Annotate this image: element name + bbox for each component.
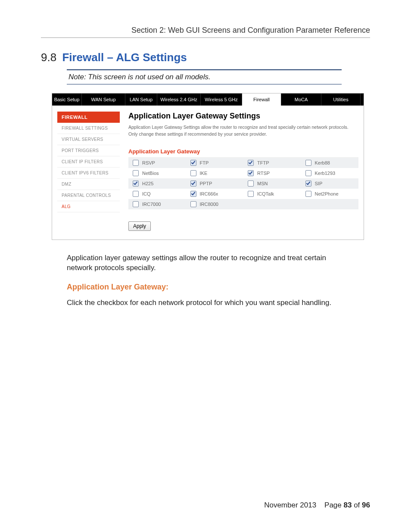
sidebar-item-dmz[interactable]: DMZ (57, 179, 120, 190)
alg-label: Kerb1293 (315, 171, 336, 176)
alg-option-sip: SIP (301, 178, 359, 189)
gui-screenshot: Basic SetupWAN SetupLAN SetupWireless 2.… (52, 93, 364, 240)
checkbox-sip[interactable] (305, 180, 311, 187)
alg-option-irc666x: IRC666x (186, 189, 244, 199)
sidebar-item-client-ip-filters[interactable]: CLIENT IP FILTERS (57, 156, 120, 168)
checkbox-irc8000[interactable] (190, 201, 196, 207)
alg-option-ftp: FTP (186, 158, 244, 168)
tab-wireless-2-4-ghz[interactable]: Wireless 2.4 GHz (157, 93, 201, 106)
gui-tabbar: Basic SetupWAN SetupLAN SetupWireless 2.… (52, 93, 364, 106)
checkbox-ftp[interactable] (190, 160, 196, 166)
checkbox-icq[interactable] (133, 191, 139, 197)
checkbox-rsvp[interactable] (133, 160, 139, 166)
apply-button[interactable]: Apply (128, 221, 151, 231)
alg-option-tftp: TFTP (243, 158, 301, 168)
alg-label: RSVP (142, 160, 155, 165)
alg-label: Kerb88 (315, 160, 330, 165)
alg-option-h225: H225 (128, 178, 186, 189)
footer-total-pages: 96 (362, 501, 370, 509)
alg-label: MSN (257, 181, 268, 186)
checkbox-irc666x[interactable] (190, 191, 196, 197)
checkbox-msn[interactable] (248, 180, 254, 187)
alg-empty-cell (243, 199, 301, 209)
tab-lan-setup[interactable]: LAN Setup (125, 93, 157, 106)
checkbox-h225[interactable] (133, 180, 139, 187)
alg-option-pptp: PPTP (186, 178, 244, 189)
page-footer: November 2013 Page 83 of 96 (264, 501, 370, 510)
alg-label: IRC7000 (142, 202, 161, 207)
sidebar-item-parental-controls[interactable]: PARENTAL CONTROLS (57, 190, 120, 201)
alg-label: FTP (200, 160, 209, 165)
alg-option-irc7000: IRC7000 (128, 199, 186, 209)
alg-option-icq: ICQ (128, 189, 186, 199)
instruction-paragraph: Click the checkbox for each network prot… (67, 298, 342, 308)
section-title: Firewall – ALG Settings (62, 51, 187, 64)
alg-option-net2phone: Net2Phone (301, 189, 359, 199)
alg-label: PPTP (200, 181, 212, 186)
alg-label: Net2Phone (315, 191, 339, 196)
gui-sidebar: FIREWALL FIREWALL SETTINGSVIRTUAL SERVER… (57, 112, 120, 231)
checkbox-kerb1293[interactable] (305, 170, 311, 176)
tab-firewall[interactable]: Firewall (242, 93, 281, 106)
running-header: Section 2: Web GUI Screens and Configura… (41, 26, 370, 38)
checkbox-irc7000[interactable] (133, 201, 139, 207)
alg-option-ike: IKE (186, 168, 244, 178)
checkbox-ike[interactable] (190, 170, 196, 176)
panel-title: Application Layer Gateway Settings (128, 112, 358, 121)
alg-option-irc8000: IRC8000 (186, 199, 244, 209)
panel-description: Application Layer Gateway Settings allow… (128, 124, 358, 138)
alg-label: IKE (200, 171, 208, 176)
panel-subtitle: Application Layer Gateway (128, 148, 358, 155)
footer-page-label: Page (324, 501, 342, 509)
gui-main-panel: Application Layer Gateway Settings Appli… (120, 112, 358, 231)
alg-label: NetBios (142, 171, 159, 176)
tab-wan-setup[interactable]: WAN Setup (82, 93, 125, 106)
alg-label: IRC8000 (200, 202, 218, 207)
sidebar-heading: FIREWALL (57, 112, 120, 123)
alg-label: SIP (315, 181, 323, 186)
checkbox-pptp[interactable] (190, 180, 196, 187)
checkbox-netbios[interactable] (133, 170, 139, 176)
section-heading: 9.8 Firewall – ALG Settings (41, 51, 370, 64)
sidebar-item-alg[interactable]: ALG (57, 201, 120, 212)
alg-option-icqtalk: ICQTalk (243, 189, 301, 199)
tab-moca[interactable]: MoCA (281, 93, 321, 106)
alg-label: IRC666x (200, 191, 218, 196)
tab-utilities[interactable]: Utilities (321, 93, 361, 106)
checkbox-kerb88[interactable] (305, 160, 311, 166)
alg-label: ICQTalk (257, 191, 274, 196)
alg-label: H225 (142, 181, 153, 186)
alg-label: ICQ (142, 191, 151, 196)
alg-option-rtsp: RTSP (243, 168, 301, 178)
alg-option-rsvp: RSVP (128, 158, 186, 168)
checkbox-rtsp[interactable] (248, 170, 254, 176)
alg-sub-heading: Application Layer Gateway: (67, 283, 370, 292)
footer-of-label: of (354, 501, 360, 509)
footer-date: November 2013 (264, 501, 316, 509)
alg-option-msn: MSN (243, 178, 301, 189)
checkbox-icqtalk[interactable] (248, 191, 254, 197)
alg-label: TFTP (257, 160, 269, 165)
alg-option-netbios: NetBios (128, 168, 186, 178)
footer-page-num: 83 (344, 501, 352, 509)
alg-option-kerb1293: Kerb1293 (301, 168, 359, 178)
sidebar-item-firewall-settings[interactable]: FIREWALL SETTINGS (57, 123, 120, 134)
alg-empty-cell (301, 199, 359, 209)
alg-grid: RSVPFTPTFTPKerb88NetBiosIKERTSPKerb1293H… (128, 157, 358, 209)
sidebar-item-client-ipv6-filters[interactable]: CLIENT IPV6 FILTERS (57, 168, 120, 179)
sidebar-item-virtual-servers[interactable]: VIRTUAL SERVERS (57, 134, 120, 145)
checkbox-net2phone[interactable] (305, 191, 311, 197)
note-box: Note: This screen is not used on all mod… (67, 69, 342, 84)
alg-option-kerb88: Kerb88 (301, 158, 359, 168)
section-number: 9.8 (41, 51, 56, 64)
checkbox-tftp[interactable] (248, 160, 254, 166)
sidebar-item-port-triggers[interactable]: PORT TRIGGERS (57, 145, 120, 156)
alg-label: RTSP (257, 171, 270, 176)
body-paragraph: Application layer gateway settings allow… (67, 253, 342, 274)
tab-basic-setup[interactable]: Basic Setup (52, 93, 82, 106)
tab-wireless-5-ghz[interactable]: Wireless 5 GHz (201, 93, 242, 106)
